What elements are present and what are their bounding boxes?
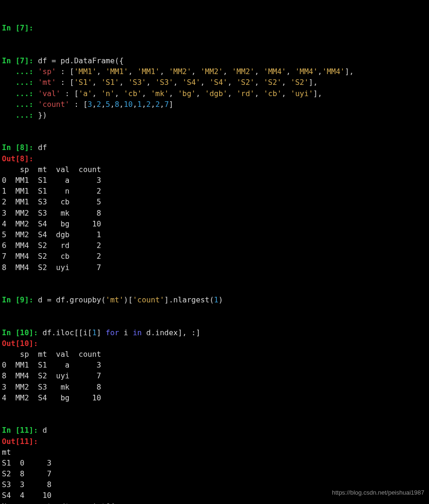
dict-key: 'sp': [38, 67, 56, 76]
continuation-prompt: ...:: [2, 67, 38, 76]
table-row: 5 MM2 S4 dgb 1: [2, 230, 101, 239]
table-row: 7 MM4 S2 cb 2: [2, 252, 101, 261]
table-row: 6 MM4 S2 rd 2: [2, 241, 101, 250]
in-prompt-10: In [10]:: [2, 328, 43, 337]
out-prompt-8: Out[8]:: [2, 154, 33, 163]
table-row: 8 MM4 S2 uyi 7: [2, 263, 101, 272]
code-line: df = pd.DataFrame({: [38, 56, 124, 65]
watermark: https://blog.csdn.net/peishuai1987: [332, 489, 424, 497]
output-line: S2 8 7: [2, 469, 52, 478]
in-prompt-8: In [8]:: [2, 143, 38, 152]
in-prompt-9: In [9]:: [2, 295, 38, 304]
ipython-terminal[interactable]: In [7]: In [7]: df = pd.DataFrame({ ...:…: [0, 0, 429, 504]
out-prompt-11: Out[11]:: [2, 437, 38, 446]
table-row: 4 MM2 S4 bg 10: [2, 219, 101, 228]
in-prompt-7: In [7]:: [2, 56, 38, 65]
in-prompt-7a: In [7]:: [2, 23, 33, 32]
output-line: mt: [2, 448, 11, 457]
code-line: df: [38, 143, 47, 152]
string-literal: 'MM1': [74, 67, 96, 76]
table-row: 3 MM2 S3 mk 8: [2, 209, 101, 218]
table-row: 4 MM2 S4 bg 10: [2, 393, 101, 402]
table-row: 0 MM1 S1 a 3: [2, 361, 101, 369]
table-header: sp mt val count: [2, 165, 101, 174]
output-line: S3 3 8: [2, 480, 52, 489]
table-row: 3 MM2 S3 mk 8: [2, 383, 101, 391]
table-row: 1 MM1 S1 n 2: [2, 187, 101, 196]
table-row: 0 MM1 S1 a 3: [2, 176, 101, 185]
table-row: 8 MM4 S2 uyi 7: [2, 371, 101, 380]
output-line: S4 4 10: [2, 491, 52, 500]
table-row: 2 MM1 S3 cb 5: [2, 197, 101, 206]
out-prompt-10: Out[10]:: [2, 339, 38, 348]
code-line: d: [43, 426, 47, 435]
in-prompt-11: In [11]:: [2, 426, 43, 435]
output-line: Name: count, dtype: int64: [2, 502, 115, 504]
table-header: sp mt val count: [2, 350, 101, 359]
output-line: S1 0 3: [2, 459, 52, 467]
